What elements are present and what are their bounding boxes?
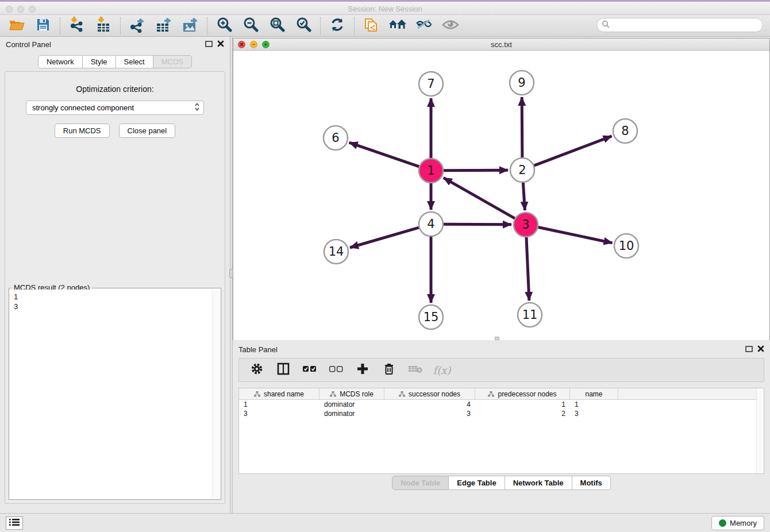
graph-edge-3-10[interactable] <box>538 228 613 243</box>
delete-row-button[interactable] <box>382 363 396 377</box>
select-all-button[interactable] <box>302 363 317 377</box>
search-input[interactable] <box>613 21 750 29</box>
cell-predecessor-nodes[interactable]: 2 <box>475 409 570 418</box>
graph-edge-4-3[interactable] <box>444 224 511 225</box>
graph-edge-1-2[interactable] <box>444 170 508 171</box>
tab-select[interactable]: Select <box>116 55 153 68</box>
canvas-resize-grip[interactable] <box>495 337 499 340</box>
tab-network[interactable]: Network <box>38 55 83 68</box>
tab-edge-table[interactable]: Edge Table <box>449 476 505 490</box>
graph-node-label-9: 9 <box>518 76 525 90</box>
column-header-shared-name[interactable]: shared name <box>239 388 319 399</box>
open-session-button[interactable] <box>8 17 25 34</box>
tab-mcds[interactable]: MCDS <box>153 55 192 68</box>
column-header-mcds-role[interactable]: MCDS role <box>319 388 384 399</box>
hide-selected-button[interactable] <box>415 17 433 34</box>
float-panel-icon[interactable] <box>205 39 213 49</box>
columns-icon <box>277 363 290 377</box>
zoom-out-icon <box>242 17 259 35</box>
unchecked-boxes-icon <box>329 365 344 375</box>
cell-mcds-role[interactable]: dominator <box>319 400 384 409</box>
tab-node-table[interactable]: Node Table <box>392 476 449 490</box>
search-field[interactable] <box>596 18 763 32</box>
task-history-button[interactable] <box>6 516 23 530</box>
glasses-slash-icon <box>415 18 433 34</box>
graph-edge-2-9[interactable] <box>522 97 522 157</box>
zoom-out-button[interactable] <box>242 17 259 34</box>
table-row[interactable]: 3 dominator 3 2 3 <box>239 409 764 418</box>
close-panel-button[interactable]: Close panel <box>119 124 176 138</box>
network-window-titlebar[interactable]: ✕ − + scc.txt <box>233 38 769 51</box>
memory-button[interactable]: Memory <box>711 516 764 530</box>
graph-edge-3-1[interactable] <box>444 178 515 218</box>
cell-shared-name[interactable]: 3 <box>239 409 319 418</box>
deselect-all-button[interactable] <box>329 363 344 377</box>
import-network-button[interactable] <box>68 17 86 34</box>
result-scrollbar[interactable] <box>212 290 220 498</box>
apply-function-button[interactable]: f(x) <box>434 363 449 377</box>
graph-edge-2-8[interactable] <box>534 136 612 165</box>
criterion-select[interactable]: strongly connected component <box>26 101 204 115</box>
fx-icon: f(x) <box>433 364 451 376</box>
refresh-layout-button[interactable] <box>329 17 346 34</box>
gear-icon <box>251 363 263 377</box>
tab-network-table[interactable]: Network Table <box>505 476 572 490</box>
import-table-button[interactable] <box>95 17 112 34</box>
close-table-panel-icon[interactable] <box>757 344 764 354</box>
cell-predecessor-nodes[interactable]: 1 <box>475 400 570 409</box>
graph-edge-2-3[interactable] <box>523 183 525 210</box>
cell-name[interactable]: 3 <box>570 409 618 418</box>
cell-name[interactable]: 1 <box>570 400 618 409</box>
zoom-fit-button[interactable] <box>268 17 286 34</box>
network-canvas[interactable]: 7968124314101511 <box>233 51 769 340</box>
list-icon <box>9 518 20 529</box>
show-all-button[interactable] <box>442 17 459 34</box>
trash-icon <box>383 363 395 377</box>
table-settings-button[interactable] <box>249 363 264 377</box>
graph-edge-3-11[interactable] <box>526 237 529 300</box>
column-header-name[interactable]: name <box>570 388 618 399</box>
save-session-button[interactable] <box>34 17 52 34</box>
import-table-icon <box>96 17 111 35</box>
graph-edge-1-6[interactable] <box>349 142 419 167</box>
zoom-in-icon <box>216 17 232 35</box>
table-panel: Table Panel <box>233 342 770 513</box>
table-tabs: Node Table Edge Table Network Table Moti… <box>233 476 770 490</box>
optimization-criterion-label: Optimization criterion: <box>5 84 225 94</box>
zoom-selected-button[interactable] <box>295 17 312 34</box>
add-row-button[interactable] <box>355 363 370 377</box>
network-title: scc.txt <box>233 40 769 49</box>
cell-shared-name[interactable]: 1 <box>239 400 319 409</box>
cell-successor-nodes[interactable]: 3 <box>384 409 475 418</box>
show-column-button[interactable] <box>276 363 291 377</box>
close-panel-icon[interactable] <box>217 39 224 49</box>
graph-node-label-7: 7 <box>427 77 434 91</box>
graph-node-label-11: 11 <box>522 308 538 322</box>
node-table: shared name MCDS role successor nodes pr… <box>238 388 764 474</box>
export-image-button[interactable] <box>182 17 199 34</box>
control-panel-tabs: Network Style Select MCDS <box>0 55 230 68</box>
column-header-predecessor-nodes[interactable]: predecessor nodes <box>475 388 570 399</box>
cell-mcds-role[interactable]: dominator <box>319 409 384 418</box>
column-header-successor-nodes[interactable]: successor nodes <box>384 388 475 399</box>
graph-node-label-4: 4 <box>427 217 434 231</box>
copy-network-button[interactable] <box>363 17 380 34</box>
table-scrollbar[interactable] <box>756 388 764 473</box>
tab-style[interactable]: Style <box>83 55 116 68</box>
table-row[interactable]: 1 dominator 4 1 1 <box>239 400 764 409</box>
app-titlebar: Session: New Session <box>0 0 770 15</box>
zoom-fit-icon <box>269 17 285 35</box>
cell-successor-nodes[interactable]: 4 <box>384 400 475 409</box>
table-panel-title: Table Panel <box>238 345 745 354</box>
export-network-button[interactable] <box>129 17 146 34</box>
graph-edge-4-14[interactable] <box>350 228 419 248</box>
zoom-in-button[interactable] <box>215 17 233 34</box>
mcds-result-text[interactable]: 1 3 <box>10 290 220 498</box>
first-neighbors-button[interactable] <box>389 17 406 34</box>
column-header-filler <box>618 388 764 399</box>
run-mcds-button[interactable]: Run MCDS <box>55 124 110 138</box>
delete-column-button[interactable] <box>408 363 423 377</box>
tab-motifs[interactable]: Motifs <box>572 476 611 490</box>
export-table-button[interactable] <box>155 17 172 34</box>
float-table-panel-icon[interactable] <box>745 344 753 354</box>
